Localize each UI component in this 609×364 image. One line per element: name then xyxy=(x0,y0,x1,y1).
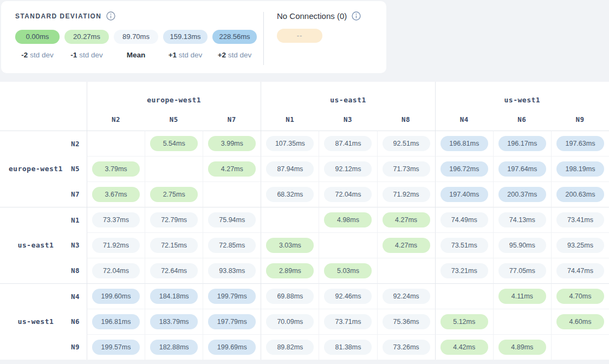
latency-cell: 73.71ms xyxy=(319,309,377,334)
latency-cell: 199.69ms xyxy=(203,334,261,360)
node-header-N2: N2 xyxy=(87,108,145,131)
latency-pill: 92.51ms xyxy=(383,136,430,151)
node-header-N5: N5 xyxy=(145,108,203,131)
latency-cell xyxy=(551,334,609,360)
latency-cell: 93.25ms xyxy=(551,232,609,258)
latency-pill: 197.79ms xyxy=(208,314,256,329)
latency-cell xyxy=(145,156,203,181)
latency-cell: 74.49ms xyxy=(435,207,493,232)
row-node-label: N1 xyxy=(71,216,80,224)
latency-cell: 3.79ms xyxy=(87,156,145,181)
latency-pill: 200.37ms xyxy=(498,187,546,202)
no-connections-legend: No Connections (0) -- xyxy=(264,1,361,73)
latency-pill: 87.41ms xyxy=(324,136,372,151)
latency-cell: 200.63ms xyxy=(551,181,609,207)
latency-cell: 87.41ms xyxy=(319,131,377,156)
latency-pill: 73.71ms xyxy=(324,314,372,329)
legend-label-minus2: -2 std dev xyxy=(21,51,53,59)
row-header-N5: europe-west1N5 xyxy=(0,156,87,181)
latency-cell: 68.32ms xyxy=(261,181,319,207)
latency-pill: 107.35ms xyxy=(266,136,314,151)
row-header-N4: N4 xyxy=(0,283,87,309)
latency-cell: 81.38ms xyxy=(319,334,377,360)
latency-pill: 92.24ms xyxy=(383,289,430,304)
row-node-label: N7 xyxy=(71,190,80,198)
no-connections-pill: -- xyxy=(277,29,322,43)
latency-pill: 72.64ms xyxy=(150,263,198,278)
matrix-corner xyxy=(0,82,87,108)
latency-cell: 196.81ms xyxy=(87,309,145,334)
latency-pill: 72.79ms xyxy=(150,212,198,227)
info-icon[interactable] xyxy=(106,11,115,21)
legend-label-mean: Mean xyxy=(127,51,146,59)
row-node-label: N2 xyxy=(71,140,80,148)
latency-cell: 200.37ms xyxy=(493,181,551,207)
node-header-N3: N3 xyxy=(319,108,377,131)
info-icon[interactable] xyxy=(352,11,361,21)
legend-pill-minus1: 20.27ms xyxy=(64,30,109,44)
latency-pill: 95.90ms xyxy=(498,238,546,253)
latency-cell xyxy=(377,258,435,283)
latency-pill: 89.82ms xyxy=(266,340,314,355)
latency-pill: 199.57ms xyxy=(92,340,140,355)
latency-cell: 196.72ms xyxy=(435,156,493,181)
row-region-label: europe-west1 xyxy=(4,165,67,173)
latency-cell: 198.19ms xyxy=(551,156,609,181)
latency-pill: 73.37ms xyxy=(92,212,140,227)
latency-pill: 182.88ms xyxy=(150,340,198,355)
latency-cell: 4.27ms xyxy=(377,207,435,232)
latency-cell: 77.05ms xyxy=(493,258,551,283)
latency-pill: 4.70ms xyxy=(556,289,604,304)
latency-cell: 73.51ms xyxy=(435,232,493,258)
row-node-label: N9 xyxy=(71,343,80,351)
latency-pill: 92.46ms xyxy=(324,289,372,304)
latency-cell: 70.09ms xyxy=(261,309,319,334)
latency-pill: 4.89ms xyxy=(498,340,546,355)
latency-pill: 73.51ms xyxy=(440,238,488,253)
latency-pill: 81.38ms xyxy=(324,340,372,355)
node-header-N4: N4 xyxy=(435,108,493,131)
latency-cell: 184.18ms xyxy=(145,283,203,309)
latency-cell: 197.64ms xyxy=(493,156,551,181)
latency-cell: 72.79ms xyxy=(145,207,203,232)
row-region-label: us-west1 xyxy=(4,317,67,326)
latency-cell: 72.04ms xyxy=(87,258,145,283)
latency-pill: 3.03ms xyxy=(266,238,314,253)
latency-cell: 95.90ms xyxy=(493,232,551,258)
region-header-europe-west1: europe-west1 xyxy=(87,82,261,108)
latency-cell: 183.79ms xyxy=(145,309,203,334)
latency-cell: 197.79ms xyxy=(203,309,261,334)
latency-cell: 4.27ms xyxy=(377,232,435,258)
row-node-label: N4 xyxy=(71,292,80,301)
latency-cell: 197.40ms xyxy=(435,181,493,207)
latency-pill: 70.09ms xyxy=(266,314,314,329)
latency-pill: 72.15ms xyxy=(150,238,198,253)
latency-pill: 184.18ms xyxy=(150,289,198,304)
latency-cell: 4.42ms xyxy=(435,334,493,360)
latency-pill: 196.81ms xyxy=(440,136,488,151)
std-dev-scale: 0.00ms -2 std dev 20.27ms -1 std dev 89.… xyxy=(15,30,263,59)
latency-cell: 4.98ms xyxy=(319,207,377,232)
latency-cell: 89.82ms xyxy=(261,334,319,360)
latency-pill: 93.25ms xyxy=(556,238,604,253)
latency-cell: 199.79ms xyxy=(203,283,261,309)
legend-pill-plus2: 228.56ms xyxy=(212,30,257,44)
latency-cell: 4.27ms xyxy=(203,156,261,181)
latency-cell: 4.60ms xyxy=(551,309,609,334)
latency-cell: 92.24ms xyxy=(377,283,435,309)
latency-cell: 72.85ms xyxy=(203,232,261,258)
latency-pill: 196.17ms xyxy=(498,136,546,151)
latency-cell: 87.94ms xyxy=(261,156,319,181)
legend-item: 228.56ms +2 std dev xyxy=(212,30,257,59)
legend-pill-minus2: 0.00ms xyxy=(15,30,60,44)
latency-pill: 71.92ms xyxy=(383,187,430,202)
latency-cell: 92.51ms xyxy=(377,131,435,156)
latency-cell: 5.54ms xyxy=(145,131,203,156)
latency-cell xyxy=(435,283,493,309)
latency-pill: 73.26ms xyxy=(383,340,430,355)
latency-cell: 72.64ms xyxy=(145,258,203,283)
legend-item: 159.13ms +1 std dev xyxy=(163,30,208,59)
latency-pill: 72.85ms xyxy=(208,238,256,253)
row-header-N6: us-west1N6 xyxy=(0,309,87,334)
latency-pill: 196.81ms xyxy=(92,314,140,329)
